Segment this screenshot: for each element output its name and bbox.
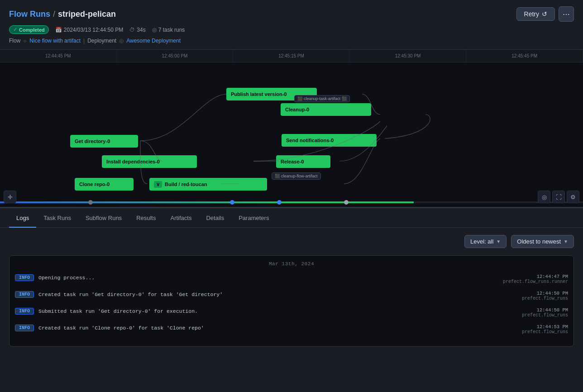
flow-artifact-label[interactable]: ⬛ cleanup-flow-artifact [272,172,321,180]
task-cleanup[interactable]: Cleanup-0 [281,103,371,116]
task-get-dir-label: Get directory-0 [75,139,110,144]
check-icon: ✓ [13,27,17,33]
log-message-2: Submitted task run 'Get directory-0' for… [38,307,517,315]
settings-icon[interactable]: ⚙ [567,191,579,203]
deployment-link[interactable]: Awesome Deployment [126,38,181,44]
tab-subflow-runs-label: Subflow Runs [86,215,122,221]
flow-artifact-icon: ⬛ [275,174,280,178]
tasks-icon: ◎ [152,27,157,33]
task-runs-meta: ◎ 7 task runs [152,27,185,33]
meta-row: ✓ Completed 📅 2024/03/13 12:44:50 PM ⏱ 3… [9,25,574,34]
deployment-label: Deployment [87,38,116,44]
flow-label: Flow [9,38,20,44]
tab-details-label: Details [206,215,224,221]
task-clone-repo[interactable]: Clone repo-0 [75,178,134,191]
time-label-2: 12:45:15 PM [233,50,350,62]
artifact-arrow-icon: ⬛ [342,96,347,101]
task-install-dep[interactable]: Install dependencies-0 [102,155,197,168]
cleanup-artifact-label[interactable]: ⬛ cleanup-task-artifact ⬛ [294,95,350,102]
progress-track [0,201,583,203]
retry-button[interactable]: Retry ↺ [516,7,555,21]
logs-controls: Level: all ▼ Oldest to newest ▼ [9,235,574,248]
log-source-0: prefect.flow_runs.runner [503,279,568,284]
tl-dot-3[interactable] [277,200,282,205]
tab-logs[interactable]: Logs [9,208,36,228]
log-time-1: 12:44:50 PM [522,291,568,296]
date-value: 2024/03/13 12:44:50 PM [64,27,123,33]
tl-dot-2[interactable] [230,200,234,205]
timeline-header: 12:44:45 PM 12:45:00 PM 12:45:15 PM 12:4… [0,50,583,62]
task-publish-label: Publish latest version-0 [231,91,287,97]
log-badge-0: INFO [15,274,34,281]
calendar-icon: 📅 [55,27,62,33]
flow-runs-link[interactable]: Flow Runs [9,10,50,19]
header-actions: Retry ↺ ⋯ [516,6,574,22]
artifact-box-icon: ⬛ [297,96,302,101]
log-entry: INFO Created task run 'Clone repo-0' for… [15,324,568,335]
log-time-2: 12:44:50 PM [522,307,568,313]
task-release-label: Release-0 [281,159,304,164]
log-meta-1: 12:44:50 PM prefect.flow_runs [522,291,568,301]
task-build-label: Build / red-toucan [165,182,207,187]
move-icon[interactable]: ✛ [4,191,16,203]
tab-results[interactable]: Results [129,208,163,228]
log-entry: INFO Submitted task run 'Get directory-0… [15,307,568,318]
tabs-bar: Logs Task Runs Subflow Runs Results Arti… [0,208,583,228]
level-label: Level: all [470,238,493,245]
tab-artifacts-label: Artifacts [170,215,191,221]
tab-parameters[interactable]: Parameters [231,208,276,228]
task-clone-repo-label: Clone repo-0 [79,182,110,187]
target-icon[interactable]: ◎ [538,191,550,203]
log-meta-3: 12:44:53 PM prefect.flow_runs [522,324,568,335]
level-select[interactable]: Level: all ▼ [464,235,507,248]
log-badge-1: INFO [15,291,34,298]
header-title: Flow Runs / striped-pelican [9,10,116,19]
tab-logs-label: Logs [16,215,29,221]
tl-dot-1[interactable] [88,200,93,205]
task-install-dep-label: Install dependencies-0 [106,159,160,164]
log-meta-2: 12:44:50 PM prefect.flow_runs [522,307,568,318]
retry-icon: ↺ [542,10,547,18]
time-label-4: 12:45:45 PM [466,50,583,62]
run-name: striped-pelican [58,10,116,19]
tl-dot-4[interactable] [344,200,349,205]
task-cleanup-label: Cleanup-0 [285,107,309,112]
graph-canvas: Publish latest version-0 ⬛ cleanup-task-… [0,62,583,193]
retry-label: Retry [524,10,539,18]
timeline-controls-left: ✛ [4,191,16,203]
header: Flow Runs / striped-pelican Retry ↺ ⋯ ✓ … [0,0,583,50]
flow-link[interactable]: Nice flow with artifact [29,38,81,44]
breadcrumb-separator: / [53,10,55,19]
tab-details[interactable]: Details [199,208,231,228]
tab-artifacts[interactable]: Artifacts [163,208,199,228]
tab-subflow-runs[interactable]: Subflow Runs [78,208,129,228]
tab-parameters-label: Parameters [239,215,269,221]
status-text: Completed [19,27,45,33]
breadcrumb: Flow ⟡ Nice flow with artifact | Deploym… [9,36,574,46]
task-get-dir[interactable]: Get directory-0 [70,135,138,148]
task-build[interactable]: ∨ Build / red-toucan [149,178,267,191]
tab-task-runs[interactable]: Task Runs [36,208,78,228]
sort-select[interactable]: Oldest to newest ▼ [511,235,574,248]
log-badge-2: INFO [15,308,34,315]
time-label-3: 12:45:30 PM [350,50,467,62]
task-release[interactable]: Release-0 [276,155,330,168]
log-message-3: Created task run 'Clone repo-0' for task… [38,324,517,332]
log-source-2: prefect.flow_runs [522,313,568,318]
cleanup-artifact-text: cleanup-task-artifact [304,96,340,101]
log-entry: INFO Opening process... 12:44:47 PM pref… [15,274,568,284]
log-meta-0: 12:44:47 PM prefect.flow_runs.runner [503,274,568,284]
more-button[interactable]: ⋯ [559,6,574,22]
log-container: Mar 13th, 2024 INFO Opening process... 1… [9,255,574,347]
tab-task-runs-label: Task Runs [43,215,71,221]
fullscreen-icon[interactable]: ⛶ [552,191,565,203]
log-date-separator: Mar 13th, 2024 [15,261,568,267]
date-meta: 📅 2024/03/13 12:44:50 PM [55,27,123,33]
flow-artifact-text: cleanup-flow-artifact [281,174,318,178]
task-send-notif-label: Send notifications-0 [286,138,334,143]
duration-meta: ⏱ 34s [129,27,145,33]
progress-fill [0,201,414,203]
task-runs-value: 7 task runs [158,27,185,33]
task-send-notif[interactable]: Send notifications-0 [282,134,377,147]
time-label-0: 12:44:45 PM [0,50,117,62]
